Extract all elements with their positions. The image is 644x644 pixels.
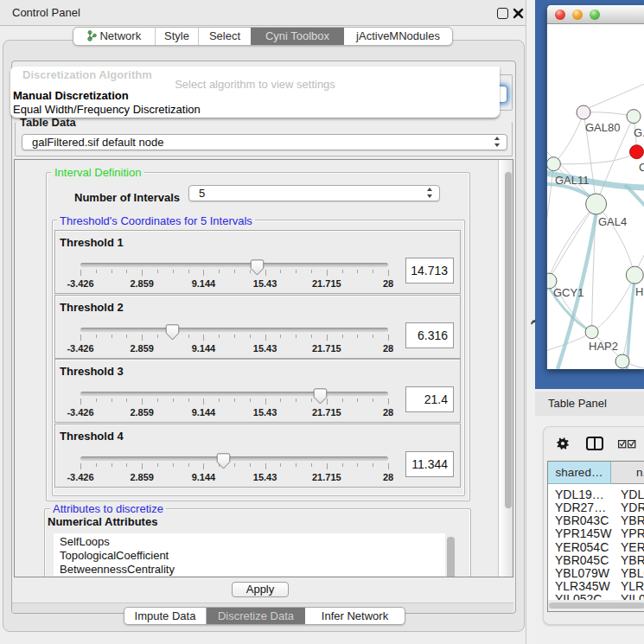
svg-text:GAL80: GAL80 (585, 121, 620, 134)
svg-text:G.: G. (634, 126, 644, 139)
svg-text:GAL11: GAL11 (555, 174, 590, 187)
svg-text:HAP2: HAP2 (589, 340, 618, 353)
svg-text:H: H (635, 285, 643, 298)
svg-text:C: C (639, 161, 644, 174)
svg-text:GCY1: GCY1 (553, 286, 583, 299)
svg-text:GAL4: GAL4 (598, 215, 627, 228)
